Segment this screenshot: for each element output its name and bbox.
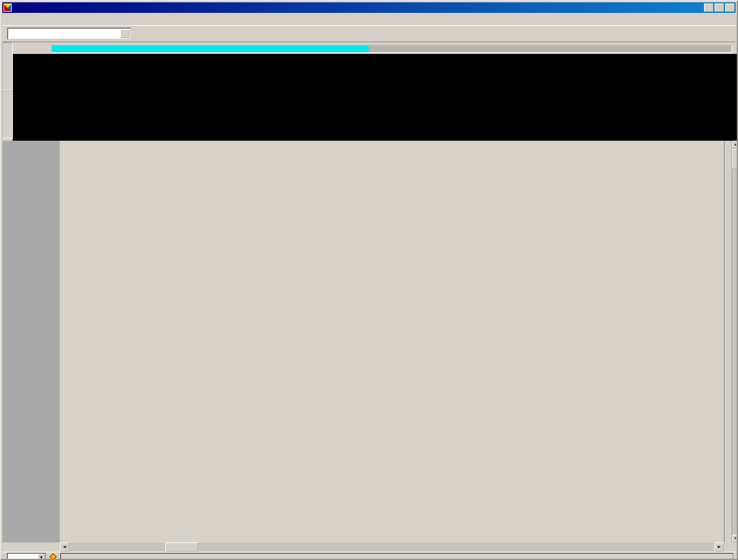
scroll-left-icon[interactable]: ◄ [60, 542, 69, 552]
app-window: { "window": { "title": "Просмотр картрид… [0, 0, 738, 560]
toolbar [2, 25, 736, 42]
status-diamond-icon [49, 553, 57, 560]
vertical-scrollbar[interactable]: ▲ ▼ [732, 141, 738, 542]
menu-view[interactable] [2, 18, 13, 21]
maximize-button[interactable] [715, 4, 724, 12]
preset-dropdown[interactable] [7, 28, 131, 40]
app-icon [4, 4, 12, 12]
scroll-up-icon[interactable]: ▲ [732, 141, 738, 148]
status-bar: ▼ [2, 552, 736, 560]
profile-scroll-indicator[interactable] [52, 45, 732, 53]
status-info [60, 553, 733, 560]
tab-minimap[interactable] [2, 90, 13, 138]
plot-area [60, 141, 724, 542]
profile-panel [13, 42, 738, 141]
main-chart-area [2, 141, 724, 542]
menu-options[interactable] [13, 18, 23, 21]
track-profile-map[interactable] [13, 68, 738, 141]
profile-scroll-fill [52, 46, 369, 52]
chevron-down-icon[interactable] [120, 29, 130, 38]
title-bar[interactable] [2, 2, 736, 13]
scrollbar-thumb[interactable] [732, 149, 738, 169]
track-labels-column [2, 141, 60, 542]
scroll-down-icon[interactable]: ▼ [732, 535, 738, 542]
close-button[interactable] [725, 4, 734, 12]
chevron-down-icon[interactable]: ▼ [38, 554, 45, 560]
side-tabs [2, 42, 13, 141]
tab-cartridge-image[interactable] [2, 42, 13, 90]
minimize-button[interactable] [704, 4, 713, 12]
menu-bar [2, 13, 736, 25]
horizontal-scrollbar[interactable]: ◄ ► [60, 542, 724, 552]
scale-dropdown[interactable]: ▼ [7, 553, 46, 560]
scroll-right-icon[interactable]: ► [715, 542, 724, 552]
hscrollbar-thumb[interactable] [165, 542, 198, 552]
right-legend-panel: ▲ ▼ [724, 141, 738, 542]
km-ruler [13, 54, 738, 68]
